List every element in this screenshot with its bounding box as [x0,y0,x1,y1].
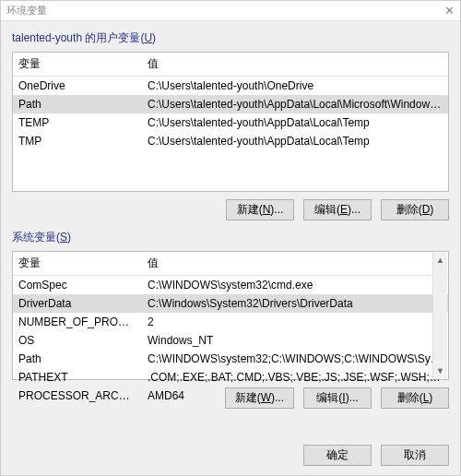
table-row[interactable]: PathC:\WINDOWS\system32;C:\WINDOWS;C:\WI… [13,350,448,368]
user-variables-label: talented-youth 的用户变量(U) [12,30,449,46]
col-value[interactable]: 值 [142,53,448,77]
label-accel: U [144,31,152,44]
table-row[interactable]: PROCESSOR_ARCHITECTAMD64 [13,387,448,405]
cell-name: PROCESSOR_ARCHITECT [13,387,142,405]
table-row[interactable]: DriverDataC:\Windows\System32\Drivers\Dr… [13,294,448,313]
col-name[interactable]: 变量 [13,252,142,276]
cell-value: C:\Users\talented-youth\AppData\Local\Te… [142,113,448,132]
cell-value: .COM;.EXE;.BAT;.CMD;.VBS;.VBE;.JS;.JSE;.… [142,368,448,387]
cell-name: Path [13,350,142,368]
table-row[interactable]: NUMBER_OF_PROCESSORS2 [13,313,448,331]
label-text: 系统变量( [12,231,60,244]
user-variables-group: talented-youth 的用户变量(U) 变量 值 OneDriveC:\… [12,30,449,220]
cell-value: C:\WINDOWS\system32\cmd.exe [142,276,448,295]
titlebar: 环境变量 ✕ [1,1,460,21]
window-title: 环境变量 [6,4,47,18]
cell-value: C:\WINDOWS\system32;C:\WINDOWS;C:\WINDOW… [142,350,448,368]
ok-button[interactable]: 确定 [303,445,372,466]
table-row[interactable]: PathC:\Users\talented-youth\AppData\Loca… [13,95,448,113]
cell-name: TMP [13,132,142,150]
label-accel: S [60,231,67,244]
cell-name: DriverData [13,294,142,313]
cell-name: OS [13,331,142,350]
close-icon[interactable]: ✕ [444,4,455,18]
scroll-down-icon[interactable]: ▼ [433,363,447,378]
system-variables-label: 系统变量(S) [12,230,449,245]
dialog-body: talented-youth 的用户变量(U) 变量 值 OneDriveC:\… [1,21,460,423]
table-row[interactable]: PATHEXT.COM;.EXE;.BAT;.CMD;.VBS;.VBE;.JS… [13,368,448,387]
col-name[interactable]: 变量 [13,53,142,77]
cell-name: TEMP [13,113,142,132]
table-row[interactable]: TMPC:\Users\talented-youth\AppData\Local… [13,132,448,150]
system-variables-group: 系统变量(S) 变量 值 ComSpecC:\WINDOWS\system32\… [12,230,449,409]
user-new-button[interactable]: 新建(N)... [226,199,294,220]
scroll-up-icon[interactable]: ▲ [433,253,447,268]
cell-name: PATHEXT [13,368,142,387]
cell-value: Windows_NT [142,331,448,350]
system-scrollbar[interactable]: ▲ ▼ [432,253,447,378]
user-delete-button[interactable]: 删除(D) [381,199,449,220]
user-variables-table[interactable]: 变量 值 OneDriveC:\Users\talented-youth\One… [13,53,448,150]
user-variables-table-wrap: 变量 值 OneDriveC:\Users\talented-youth\One… [12,52,449,192]
cell-value: C:\Users\talented-youth\OneDrive [142,77,448,96]
table-header-row: 变量 值 [13,53,448,77]
cell-value: C:\Users\talented-youth\AppData\Local\Mi… [142,95,448,113]
col-value[interactable]: 值 [142,252,448,276]
dialog-footer: 确定 取消 [303,445,449,466]
table-header-row: 变量 值 [13,252,448,276]
table-row[interactable]: OneDriveC:\Users\talented-youth\OneDrive [13,77,448,96]
system-table-body: ComSpecC:\WINDOWS\system32\cmd.exeDriver… [13,276,448,406]
system-variables-table-wrap: 变量 值 ComSpecC:\WINDOWS\system32\cmd.exeD… [12,251,449,380]
env-variables-dialog: 环境变量 ✕ talented-youth 的用户变量(U) 变量 值 OneD… [0,0,461,476]
cell-name: OneDrive [13,77,142,96]
cancel-button[interactable]: 取消 [381,445,449,466]
label-text: ) [67,231,71,244]
cell-value: AMD64 [142,387,448,405]
user-table-body: OneDriveC:\Users\talented-youth\OneDrive… [13,77,448,151]
label-text: ) [152,31,156,44]
cell-value: 2 [142,313,448,331]
table-row[interactable]: TEMPC:\Users\talented-youth\AppData\Loca… [13,113,448,132]
table-row[interactable]: OSWindows_NT [13,331,448,350]
cell-value: C:\Windows\System32\Drivers\DriverData [142,294,448,313]
cell-name: Path [13,95,142,113]
table-row[interactable]: ComSpecC:\WINDOWS\system32\cmd.exe [13,276,448,295]
cell-value: C:\Users\talented-youth\AppData\Local\Te… [142,132,448,150]
label-text: talented-youth 的用户变量( [12,31,144,44]
cell-name: NUMBER_OF_PROCESSORS [13,313,142,331]
cell-name: ComSpec [13,276,142,295]
system-variables-table[interactable]: 变量 值 ComSpecC:\WINDOWS\system32\cmd.exeD… [13,252,448,405]
user-edit-button[interactable]: 编辑(E)... [303,199,372,220]
user-button-row: 新建(N)... 编辑(E)... 删除(D) [12,199,449,220]
